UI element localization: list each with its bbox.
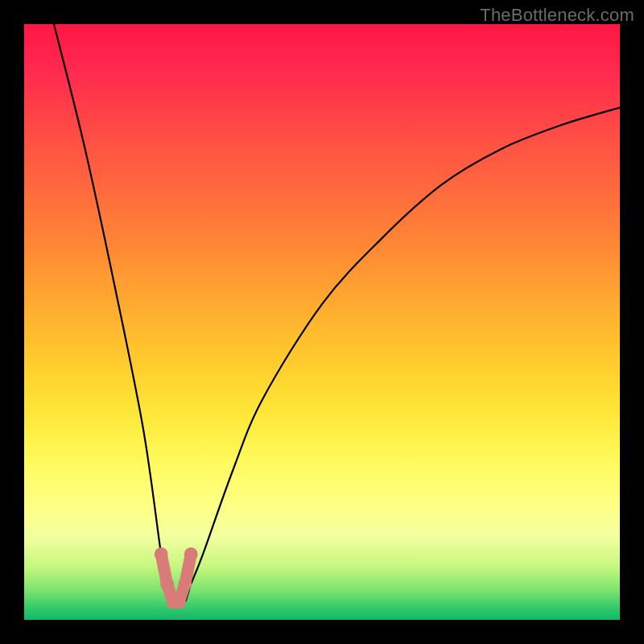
- watermark-label: TheBottleneck.com: [480, 5, 634, 26]
- valley-dot: [184, 547, 198, 561]
- plot-area: [24, 24, 620, 620]
- valley-dot: [172, 595, 186, 609]
- valley-dot: [155, 547, 168, 561]
- chart-frame: TheBottleneck.com: [0, 0, 644, 644]
- valley-dot: [178, 577, 192, 591]
- curve-layer: [24, 24, 620, 620]
- bottleneck-curve: [54, 24, 620, 603]
- valley-dot: [160, 577, 174, 591]
